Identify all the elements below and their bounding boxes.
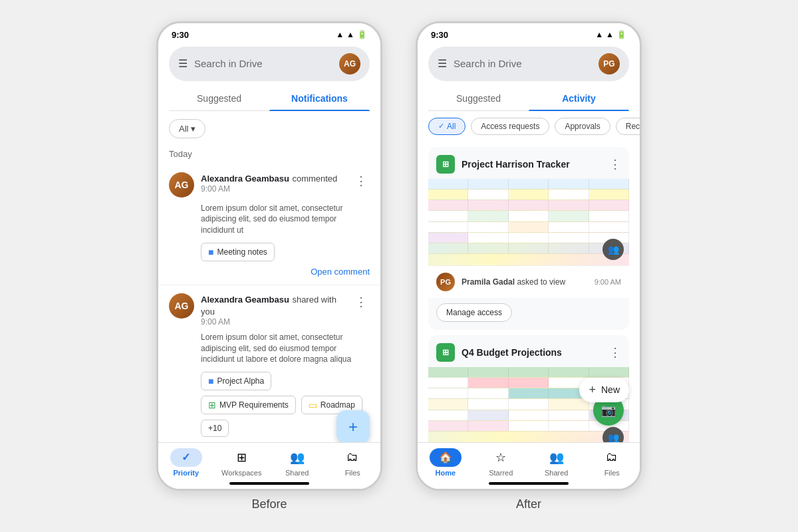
notif-body-1: Lorem ipsum dolor sit amet, consectetur … xyxy=(201,203,370,236)
nav-priority[interactable]: ✓ Priority xyxy=(158,448,214,477)
notif-header-2: AG Alexandra Geambasu shared with you 9:… xyxy=(169,293,370,327)
workspaces-icon: ⊞ xyxy=(237,450,247,465)
sheet-row xyxy=(428,179,629,190)
card-more-2[interactable]: ⋮ xyxy=(609,345,621,360)
tabs-left: Suggested Notifications xyxy=(169,86,370,111)
status-bar-left: 9:30 ▲ ▲ 🔋 xyxy=(158,23,380,44)
more-icon-1[interactable]: ⋮ xyxy=(352,172,370,190)
notif-user-1: Alexandra Geambasu xyxy=(201,174,289,184)
notif-time-1: 9:00 AM xyxy=(201,184,346,194)
fab-left[interactable]: + xyxy=(336,410,370,444)
signal-icon-right: ▲ xyxy=(606,30,614,39)
nav-starred[interactable]: ☆ Starred xyxy=(473,448,529,477)
menu-icon-right[interactable]: ☰ xyxy=(438,57,447,70)
manage-access-btn[interactable]: Manage access xyxy=(436,303,512,322)
more-icon-2[interactable]: ⋮ xyxy=(352,293,370,311)
starred-nav-label: Starred xyxy=(489,469,513,477)
tabs-right: Suggested Activity xyxy=(428,86,629,111)
card-q4-budget: ⊞ Q4 Budget Projections ⋮ xyxy=(428,335,629,454)
open-comment-link[interactable]: Open comment xyxy=(169,261,370,277)
priority-icon-wrap: ✓ xyxy=(170,448,202,467)
chip-all[interactable]: ✓ All xyxy=(428,118,466,135)
plus-count[interactable]: +10 xyxy=(201,420,229,437)
search-bar-right[interactable]: ☰ Search in Drive PG xyxy=(428,47,629,81)
group-icon-overlay-1: 👥 xyxy=(602,239,624,260)
files-icon-left: 🗂 xyxy=(346,450,358,464)
files-nav-label-left: Files xyxy=(345,469,360,477)
card-project-harrison: ⊞ Project Harrison Tracker ⋮ xyxy=(428,147,629,330)
sheet-row xyxy=(428,190,629,200)
tab-suggested-right[interactable]: Suggested xyxy=(428,86,529,110)
files-nav-label-right: Files xyxy=(604,469,620,477)
files-icon-right: 🗂 xyxy=(606,450,618,464)
status-icons-left: ▲ ▲ 🔋 xyxy=(336,30,367,39)
battery-icon-right: 🔋 xyxy=(616,30,626,39)
search-text-right[interactable]: Search in Drive xyxy=(454,58,592,69)
sheet-row xyxy=(428,200,629,211)
time-right: 9:30 xyxy=(431,30,448,40)
home-icon: 🏠 xyxy=(439,451,452,464)
card-user-row-1: PG Pramila Gadal asked to view 9:00 AM xyxy=(428,265,629,298)
after-label: After xyxy=(416,497,642,511)
shared-icon-right: 👥 xyxy=(549,450,564,465)
notif-action-1: commented xyxy=(292,174,337,184)
nav-workspaces[interactable]: ⊞ Workspaces xyxy=(214,448,270,477)
workspaces-icon-wrap: ⊞ xyxy=(225,448,257,467)
starred-icon: ☆ xyxy=(495,450,506,465)
home-nav-label: Home xyxy=(435,469,456,477)
avatar-right[interactable]: PG xyxy=(598,53,620,74)
sheet-icon-circle-2: ⊞ xyxy=(436,343,455,362)
sheet-row xyxy=(428,211,629,221)
nav-files-left[interactable]: 🗂 Files xyxy=(325,448,381,477)
starred-icon-wrap: ☆ xyxy=(485,448,517,467)
home-icon-wrap: 🏠 xyxy=(430,448,462,467)
today-label: Today xyxy=(158,146,380,164)
priority-checkmark-icon: ✓ xyxy=(182,451,190,464)
notif-header-1: AG Alexandra Geambasu commented 9:00 AM … xyxy=(169,172,370,198)
card-header-harrison: ⊞ Project Harrison Tracker ⋮ xyxy=(428,147,629,179)
card-time-1: 9:00 AM xyxy=(595,278,621,286)
all-filter-chip[interactable]: All ▾ xyxy=(169,119,205,138)
card-title-q4[interactable]: Q4 Budget Projections xyxy=(462,347,602,358)
new-fab-row[interactable]: + New xyxy=(579,378,629,402)
wifi-icon: ▲ xyxy=(336,30,344,39)
after-phone: 9:30 ▲ ▲ 🔋 ☰ Search in Drive PG xyxy=(416,21,642,491)
tab-notifications[interactable]: Notifications xyxy=(269,86,370,110)
search-text-left[interactable]: Search in Drive xyxy=(194,58,332,69)
files-icon-wrap-left: 🗂 xyxy=(336,448,368,467)
notif-body-2: Lorem ipsum dolor sit amet, consectetur … xyxy=(201,332,370,365)
nav-files-right[interactable]: 🗂 Files xyxy=(585,448,640,477)
activity-chips-row: ✓ All Access requests Approvals Recent xyxy=(418,111,640,142)
tab-suggested-left[interactable]: Suggested xyxy=(169,86,269,110)
sheet-row xyxy=(428,222,629,233)
chip-access-requests[interactable]: Access requests xyxy=(471,118,549,135)
card-more-1[interactable]: ⋮ xyxy=(609,157,621,172)
before-label: Before xyxy=(156,497,382,511)
chip-recent[interactable]: Recent xyxy=(616,118,640,135)
file-chip-project-alpha[interactable]: ■ Project Alpha xyxy=(201,372,271,390)
workspaces-nav-label: Workspaces xyxy=(221,469,261,477)
fake-sheet-1 xyxy=(428,179,629,265)
chip-approvals[interactable]: Approvals xyxy=(555,118,610,135)
nav-shared-left[interactable]: 👥 Shared xyxy=(269,448,325,477)
notif-user-2: Alexandra Geambasu xyxy=(201,295,289,305)
signal-icon: ▲ xyxy=(346,30,354,39)
file-chips-1: ■ Meeting notes xyxy=(201,243,370,261)
check-icon-chip: ✓ xyxy=(438,122,444,130)
search-bar-left[interactable]: ☰ Search in Drive AG xyxy=(169,47,370,81)
home-indicator-left xyxy=(229,482,309,485)
tab-activity[interactable]: Activity xyxy=(529,86,629,110)
card-title-harrison[interactable]: Project Harrison Tracker xyxy=(462,159,602,170)
plus-new-icon: + xyxy=(589,383,596,397)
file-chip-meeting-notes[interactable]: ■ Meeting notes xyxy=(201,243,275,261)
avatar-left[interactable]: AG xyxy=(339,53,360,74)
sheet-row xyxy=(428,243,629,254)
file-chip-mvp[interactable]: ⊞ MVP Requirements xyxy=(201,396,296,414)
nav-home[interactable]: 🏠 Home xyxy=(418,448,473,477)
nav-shared-right[interactable]: 👥 Shared xyxy=(529,448,585,477)
notification-1: AG Alexandra Geambasu commented 9:00 AM … xyxy=(158,164,380,285)
wifi-icon-right: ▲ xyxy=(595,30,603,39)
files-icon-wrap-right: 🗂 xyxy=(596,448,628,467)
before-phone: 9:30 ▲ ▲ 🔋 ☰ Search in Drive AG xyxy=(156,21,382,491)
menu-icon-left[interactable]: ☰ xyxy=(178,57,188,70)
